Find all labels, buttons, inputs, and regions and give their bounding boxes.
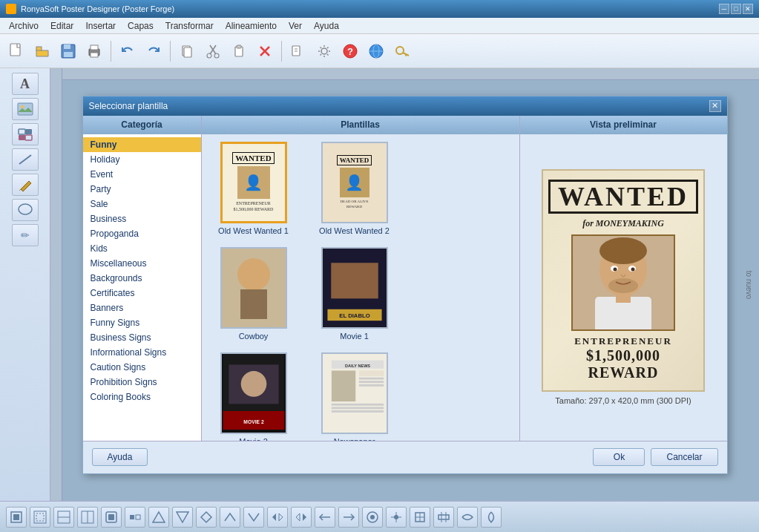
key-btn[interactable] — [390, 39, 414, 63]
menu-insertar[interactable]: Insertar — [79, 19, 122, 33]
bottom-btn-10[interactable] — [220, 507, 240, 528]
category-item-business-signs[interactable]: Business Signs — [83, 330, 201, 345]
template-old-west-wanted-1[interactable]: WANTED 👤 ENTREPRENEUR$1,500,000 REWARD O… — [209, 142, 298, 235]
svg-line-37 — [19, 189, 21, 191]
category-item-funny-signs[interactable]: Funny Signs — [83, 315, 201, 330]
category-item-event[interactable]: Event — [83, 167, 201, 182]
bottom-btn-7[interactable] — [148, 507, 169, 528]
template-cowboy[interactable]: Cowboy — [209, 247, 298, 341]
open-btn[interactable] — [30, 39, 54, 63]
category-item-certificates[interactable]: Certificates — [83, 286, 201, 301]
category-item-propoganda[interactable]: Propoganda — [83, 226, 201, 241]
category-item-informational-signs[interactable]: Informational Signs — [83, 345, 201, 360]
template-movie-2[interactable]: MOVIE 2 Movie 2 — [209, 352, 298, 441]
bottom-btn-2[interactable] — [30, 507, 50, 528]
bottom-btn-1[interactable] — [6, 507, 27, 528]
category-item-business[interactable]: Business — [83, 211, 201, 226]
template-thumb-newspaper: DAILY NEWS — [321, 352, 388, 434]
help-toolbar-btn[interactable]: ? — [338, 39, 362, 63]
menu-ver[interactable]: Ver — [283, 19, 308, 33]
category-item-sale[interactable]: Sale — [83, 197, 201, 211]
bottom-btn-8[interactable] — [172, 507, 193, 528]
internet-btn[interactable] — [364, 39, 388, 63]
bottom-btn-11[interactable] — [243, 507, 264, 528]
image-tool[interactable] — [12, 98, 39, 120]
copy-btn[interactable] — [175, 39, 199, 63]
category-panel: Categoría Funny Holiday Event Party Sale… — [83, 116, 202, 441]
main-toolbar: ? — [0, 34, 759, 68]
bottom-btn-12[interactable] — [267, 507, 288, 528]
category-item-banners[interactable]: Banners — [83, 301, 201, 315]
svg-point-38 — [19, 204, 32, 214]
menu-alineamiento[interactable]: Alineamiento — [220, 19, 283, 33]
menu-archivo[interactable]: Archivo — [3, 19, 45, 33]
svg-rect-41 — [240, 289, 267, 319]
svg-marker-96 — [201, 512, 211, 522]
preview-panel: Vista preliminar WANTED for MONEYMAKING — [519, 116, 727, 441]
preview-role: ENTREPRENEUR — [551, 335, 696, 347]
properties-btn[interactable] — [286, 39, 310, 63]
category-item-miscellaneous[interactable]: Miscellaneous — [83, 256, 201, 271]
menu-transformar[interactable]: Transformar — [160, 19, 220, 33]
paste-btn[interactable] — [227, 39, 251, 63]
bottom-btn-6[interactable] — [125, 507, 145, 528]
category-item-prohibition-signs[interactable]: Prohibition Signs — [83, 375, 201, 390]
svg-rect-34 — [19, 135, 25, 140]
cancel-btn[interactable]: Cancelar — [651, 448, 717, 466]
cut-btn[interactable] — [201, 39, 225, 63]
save-btn[interactable] — [56, 39, 80, 63]
category-item-caution-signs[interactable]: Caution Signs — [83, 360, 201, 375]
help-dialog-btn[interactable]: Ayuda — [92, 448, 148, 466]
menu-editar[interactable]: Editar — [45, 19, 79, 33]
svg-rect-60 — [331, 407, 383, 409]
brush-tool[interactable]: ✏ — [12, 224, 39, 246]
undo-btn[interactable] — [116, 39, 139, 63]
minimize-btn[interactable]: ─ — [719, 4, 729, 14]
bottom-btn-9[interactable] — [196, 507, 217, 528]
ellipse-tool[interactable] — [12, 199, 39, 221]
category-item-backgrounds[interactable]: Backgrounds — [83, 271, 201, 286]
svg-point-104 — [370, 515, 375, 519]
text-tool[interactable]: A — [12, 73, 39, 95]
bottom-btn-21[interactable] — [481, 507, 502, 528]
new-btn[interactable] — [4, 39, 28, 63]
dialog-close-btn[interactable]: ✕ — [709, 100, 721, 112]
bottom-btn-20[interactable] — [457, 507, 478, 528]
category-item-coloring-books[interactable]: Coloring Books — [83, 390, 201, 404]
preview-for-text: for MONEYMAKING — [582, 218, 664, 229]
line-tool[interactable] — [12, 148, 39, 171]
print-btn[interactable] — [82, 39, 106, 63]
bottom-btn-13[interactable] — [291, 507, 312, 528]
category-item-funny[interactable]: Funny — [83, 137, 201, 152]
bottom-btn-17[interactable] — [386, 507, 407, 528]
bottom-btn-19[interactable] — [433, 507, 454, 528]
delete-btn[interactable] — [253, 39, 277, 63]
menu-ayuda[interactable]: Ayuda — [308, 19, 345, 33]
bottom-btn-18[interactable] — [410, 507, 430, 528]
template-old-west-wanted-2[interactable]: WANTED 👤 DEAD OR ALIVEREWARD Old West Wa… — [310, 142, 399, 235]
title-bar: RonyaSoft Poster Designer (Poster Forge)… — [0, 0, 759, 18]
maximize-btn[interactable]: □ — [731, 4, 741, 14]
redo-btn[interactable] — [142, 39, 165, 63]
svg-rect-30 — [18, 103, 33, 115]
pencil-tool[interactable] — [12, 174, 39, 196]
canvas-area[interactable]: to nuevo Seleccionar plantilla ✕ Categor… — [50, 68, 759, 501]
template-movie-1[interactable]: EL DIABLO Movie 1 — [310, 247, 399, 341]
bottom-btn-5[interactable] — [101, 507, 122, 528]
settings-btn[interactable] — [312, 39, 336, 63]
template-newspaper[interactable]: DAILY NEWS — [310, 352, 399, 441]
category-item-holiday[interactable]: Holiday — [83, 152, 201, 167]
category-item-kids[interactable]: Kids — [83, 241, 201, 256]
bottom-btn-4[interactable] — [77, 507, 98, 528]
close-btn[interactable]: ✕ — [743, 4, 753, 14]
bottom-btn-14[interactable] — [315, 507, 335, 528]
bottom-btn-16[interactable] — [362, 507, 383, 528]
templates-panel: Plantillas WANTED 👤 ENTREPRENEUR$1,500,0… — [202, 116, 519, 441]
ok-btn[interactable]: Ok — [593, 448, 645, 466]
svg-rect-32 — [19, 129, 25, 134]
menu-capas[interactable]: Capas — [122, 19, 160, 33]
category-item-party[interactable]: Party — [83, 182, 201, 197]
bottom-btn-15[interactable] — [338, 507, 359, 528]
bottom-btn-3[interactable] — [53, 507, 74, 528]
shape-tool[interactable] — [12, 123, 39, 145]
